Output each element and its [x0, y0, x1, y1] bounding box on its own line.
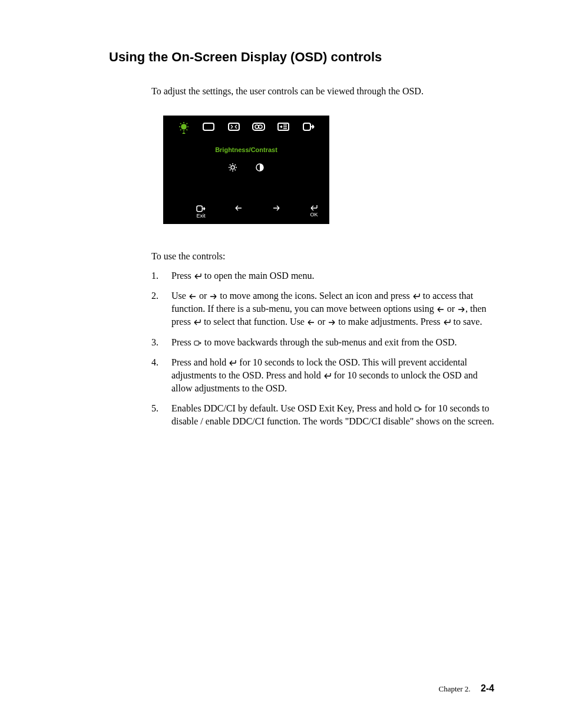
enter-icon [194, 271, 202, 278]
left-arrow-icon [437, 304, 445, 311]
image-pos-icon [227, 121, 240, 132]
step-item: Press to move backwards through the sub-… [151, 336, 494, 349]
osd-tab-exit [296, 121, 321, 134]
contrast-icon [255, 163, 265, 172]
osd-tab-menu [271, 121, 296, 134]
osd-title: Brightness/Contrast [163, 146, 329, 153]
exit-icon [302, 121, 315, 132]
osd-tab-color [246, 121, 271, 134]
menu-icon [277, 121, 290, 132]
step-item: Use or to move among the icons. Select a… [151, 289, 494, 328]
brightness-icon [177, 121, 190, 134]
left-arrow-icon [234, 205, 243, 212]
page-footer: Chapter 2. 2-4 [438, 683, 494, 694]
back-icon [414, 403, 422, 410]
color-icon [252, 121, 265, 132]
enter-icon [310, 205, 318, 212]
right-arrow-icon [457, 304, 465, 311]
svg-line-32 [180, 123, 181, 124]
enter-icon [412, 291, 421, 298]
enter-icon [323, 370, 332, 377]
section-heading: Using the On-Screen Display (OSD) contro… [109, 50, 494, 65]
footer-chapter: Chapter 2. [438, 684, 470, 693]
right-arrow-icon [328, 317, 336, 324]
left-arrow-icon [189, 291, 197, 298]
step-item: Press to open the main OSD menu. [151, 269, 494, 282]
enter-icon [443, 317, 451, 324]
footer-page-number: 2-4 [481, 683, 494, 693]
svg-line-34 [180, 129, 181, 130]
svg-line-35 [187, 123, 188, 124]
steps-list: Press to open the main OSD menu.Use or t… [151, 269, 494, 428]
left-arrow-icon [307, 317, 315, 324]
enter-icon [193, 317, 201, 324]
svg-marker-36 [182, 132, 186, 134]
osd-bottom-right [269, 205, 283, 218]
osd-tab-image-pos [222, 121, 246, 134]
osd-tab-brightness [171, 121, 196, 137]
svg-line-33 [187, 129, 188, 130]
osd-tab-screen [196, 121, 221, 134]
right-arrow-icon [272, 205, 280, 212]
exit-small-icon [196, 205, 206, 213]
enter-icon [229, 357, 237, 364]
step-item: Press and hold for 10 seconds to lock th… [151, 356, 494, 395]
osd-exit-label: Exit [196, 213, 205, 219]
osd-bottom-ok: OK [307, 205, 321, 218]
svg-point-27 [181, 124, 186, 129]
step-item: Enables DDC/CI by default. Use OSD Exit … [151, 402, 494, 428]
osd-bottom-exit: Exit [194, 205, 208, 219]
brightness-small-icon [228, 163, 237, 172]
right-arrow-icon [209, 291, 217, 298]
osd-bottom-left [232, 205, 246, 218]
back-icon [194, 337, 202, 344]
osd-ok-label: OK [310, 212, 318, 218]
screen-icon [202, 121, 215, 132]
to-use-controls-label: To use the controls: [151, 250, 494, 263]
intro-paragraph: To adjust the settings, the user control… [151, 85, 494, 98]
osd-screenshot: Brightness/Contrast Exit OK [163, 116, 329, 224]
